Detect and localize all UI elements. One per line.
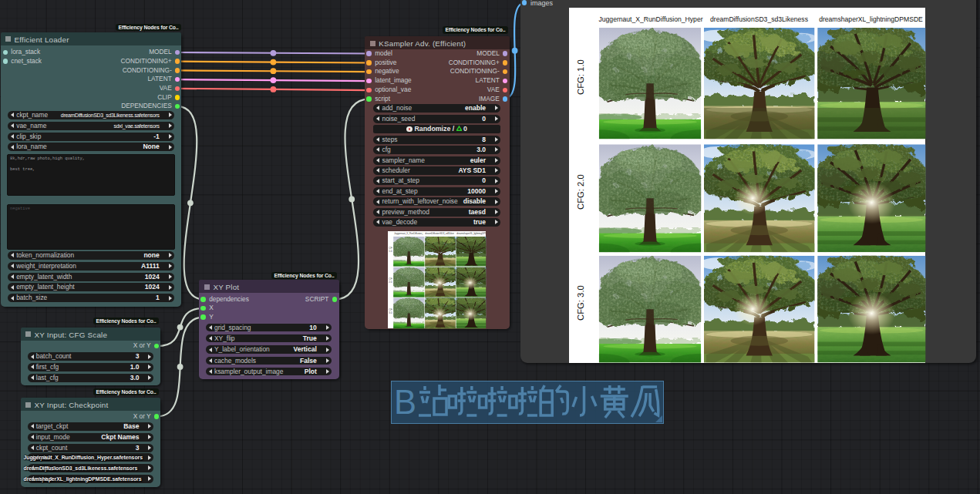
svg-text:B: B	[394, 384, 416, 421]
